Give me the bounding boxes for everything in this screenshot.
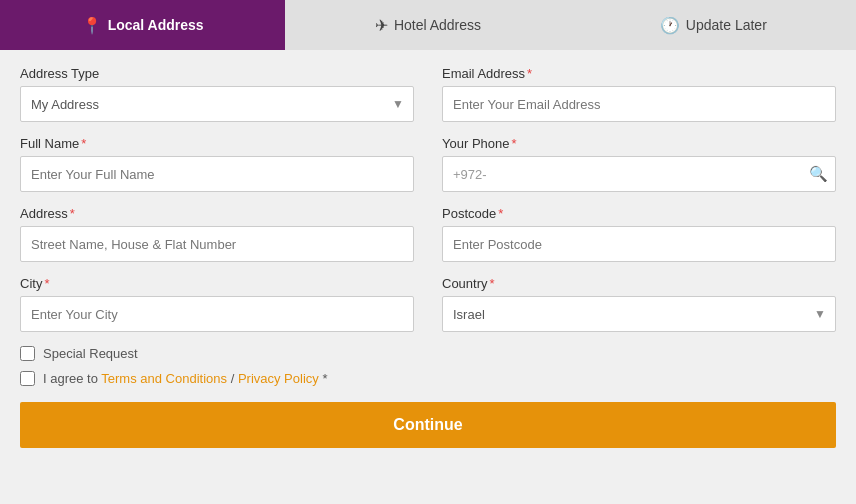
form-area: Address Type My Address Business Address… (0, 50, 856, 464)
address-type-label: Address Type (20, 66, 414, 81)
phone-search-icon[interactable]: 🔍 (809, 165, 828, 183)
tab-update-later[interactable]: 🕐 Update Later (571, 0, 856, 50)
postcode-input[interactable] (442, 226, 836, 262)
country-label: Country * (442, 276, 836, 291)
phone-wrapper: 🔍 (442, 156, 836, 192)
email-label: Email Address * (442, 66, 836, 81)
terms-row: I agree to Terms and Conditions / Privac… (20, 371, 836, 386)
postcode-required-star: * (498, 206, 503, 221)
address-type-select[interactable]: My Address Business Address Other (20, 86, 414, 122)
city-group: City * (20, 276, 414, 332)
tab-update-later-label: Update Later (686, 17, 767, 33)
full-name-label: Full Name * (20, 136, 414, 151)
phone-label: Your Phone * (442, 136, 836, 151)
update-later-icon: 🕐 (660, 16, 680, 35)
address-label: Address * (20, 206, 414, 221)
full-name-group: Full Name * (20, 136, 414, 192)
terms-text: I agree to Terms and Conditions / Privac… (43, 371, 327, 386)
special-request-checkbox[interactable] (20, 346, 35, 361)
address-required-star: * (70, 206, 75, 221)
address-group: Address * (20, 206, 414, 262)
country-select[interactable]: Israel United States United Kingdom Fran… (442, 296, 836, 332)
terms-link[interactable]: Terms and Conditions (101, 371, 227, 386)
address-type-group: Address Type My Address Business Address… (20, 66, 414, 122)
postcode-label: Postcode * (442, 206, 836, 221)
email-input[interactable] (442, 86, 836, 122)
tab-local-address[interactable]: 📍 Local Address (0, 0, 285, 50)
tab-hotel-address-label: Hotel Address (394, 17, 481, 33)
phone-required-star: * (511, 136, 516, 151)
country-required-star: * (490, 276, 495, 291)
country-wrapper: Israel United States United Kingdom Fran… (442, 296, 836, 332)
address-type-wrapper: My Address Business Address Other ▼ (20, 86, 414, 122)
country-group: Country * Israel United States United Ki… (442, 276, 836, 332)
city-input[interactable] (20, 296, 414, 332)
tab-local-address-label: Local Address (108, 17, 204, 33)
form-grid: Address Type My Address Business Address… (20, 66, 836, 346)
postcode-group: Postcode * (442, 206, 836, 262)
local-address-icon: 📍 (82, 16, 102, 35)
special-request-label: Special Request (43, 346, 138, 361)
terms-checkbox[interactable] (20, 371, 35, 386)
continue-button[interactable]: Continue (20, 402, 836, 448)
tab-hotel-address[interactable]: ✈ Hotel Address (285, 0, 570, 50)
address-input[interactable] (20, 226, 414, 262)
email-required-star: * (527, 66, 532, 81)
full-name-required-star: * (81, 136, 86, 151)
privacy-policy-link[interactable]: Privacy Policy (238, 371, 319, 386)
email-group: Email Address * (442, 66, 836, 122)
city-required-star: * (44, 276, 49, 291)
phone-group: Your Phone * 🔍 (442, 136, 836, 192)
phone-input[interactable] (442, 156, 836, 192)
full-name-input[interactable] (20, 156, 414, 192)
city-label: City * (20, 276, 414, 291)
hotel-address-icon: ✈ (375, 16, 388, 35)
tab-bar: 📍 Local Address ✈ Hotel Address 🕐 Update… (0, 0, 856, 50)
special-request-row: Special Request (20, 346, 836, 361)
